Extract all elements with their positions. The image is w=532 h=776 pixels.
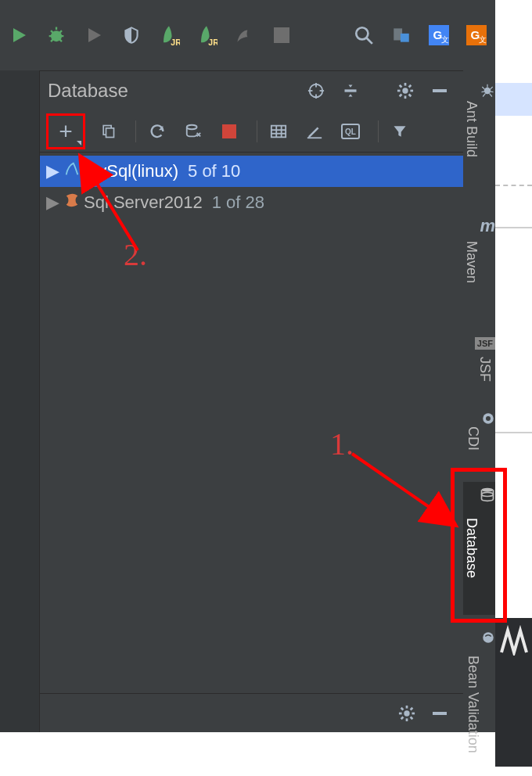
svg-line-46	[401, 707, 404, 710]
svg-point-20	[402, 88, 408, 93]
target-icon[interactable]	[300, 75, 332, 106]
search-icon[interactable]	[345, 16, 383, 54]
svg-rect-7	[401, 34, 409, 42]
table-view-icon[interactable]	[264, 117, 293, 146]
datasource-tree: ▶ MySql(linux) 5 of 10 ▶ Sql Server2012 …	[40, 153, 463, 693]
copy-icon[interactable]	[93, 117, 123, 146]
run-icon[interactable]	[0, 16, 38, 54]
svg-line-54	[490, 87, 492, 89]
debug-icon[interactable]	[38, 16, 75, 54]
svg-line-25	[400, 85, 402, 88]
svg-line-57	[483, 93, 485, 96]
minimize-icon[interactable]	[426, 699, 454, 728]
svg-rect-50	[433, 712, 447, 715]
refresh-icon[interactable]	[142, 117, 172, 146]
svg-line-28	[409, 85, 412, 88]
main-toolbar: JR JR G文 G文	[0, 0, 495, 70]
svg-line-47	[411, 717, 413, 719]
translate-orange-icon[interactable]: G文	[458, 16, 495, 54]
svg-rect-33	[271, 125, 286, 137]
svg-line-26	[409, 95, 412, 97]
cdi-icon	[481, 411, 495, 429]
database-panel: Database +	[39, 70, 463, 732]
tree-row[interactable]: ▶ MySql(linux) 5 of 10	[40, 156, 463, 187]
profiler2-icon[interactable]: JR	[188, 16, 225, 54]
gear-icon[interactable]	[390, 75, 421, 106]
plus-icon: +	[59, 120, 73, 143]
svg-point-41	[404, 710, 409, 716]
svg-point-62	[482, 493, 494, 497]
svg-rect-38	[307, 137, 322, 138]
tab-ant-build[interactable]: Ant Build	[463, 78, 495, 180]
add-button[interactable]: +	[46, 113, 85, 149]
minimize-icon[interactable]	[424, 75, 455, 106]
coverage-icon[interactable]	[113, 16, 150, 54]
datasource-props-icon[interactable]	[178, 117, 208, 146]
tree-label: MySql(linux)	[84, 161, 178, 181]
svg-line-56	[490, 92, 493, 92]
collapse-icon[interactable]	[335, 75, 366, 106]
chevron-right-icon: ▶	[46, 161, 60, 181]
svg-line-49	[411, 707, 413, 710]
gear-icon[interactable]	[393, 699, 421, 728]
svg-text:JR: JR	[208, 38, 217, 46]
external-window-slice	[495, 0, 532, 776]
filter-icon[interactable]	[385, 117, 415, 146]
svg-line-55	[482, 92, 485, 92]
svg-rect-29	[433, 89, 447, 92]
svg-point-63	[483, 632, 494, 643]
svg-line-27	[400, 95, 402, 97]
database-icon	[480, 487, 495, 506]
database-toolbar: + QL	[40, 110, 463, 153]
panel-header: Database	[40, 71, 463, 110]
update-icon[interactable]	[225, 16, 263, 54]
panel-footer	[40, 693, 463, 732]
tree-count: 1 of 28	[212, 192, 264, 213]
svg-rect-3	[274, 27, 289, 43]
panel-title: Database	[48, 80, 297, 102]
svg-text:QL: QL	[345, 128, 356, 136]
console-icon[interactable]: QL	[336, 117, 365, 146]
chevron-right-icon: ▶	[46, 192, 60, 213]
tab-jsf[interactable]: JSF JSF	[463, 329, 495, 391]
svg-point-61	[482, 488, 494, 492]
ant-icon	[480, 83, 495, 102]
bean-icon	[481, 630, 495, 648]
tab-database[interactable]: Database	[463, 482, 495, 615]
jsf-icon: JSF	[475, 337, 495, 350]
gutter	[0, 70, 39, 732]
svg-rect-19	[345, 89, 357, 92]
translate-blue-icon[interactable]: G文	[420, 16, 458, 54]
svg-point-51	[484, 88, 491, 94]
svg-text:文: 文	[441, 35, 449, 44]
svg-rect-31	[106, 128, 114, 137]
svg-line-48	[401, 717, 404, 719]
tree-row[interactable]: ▶ Sql Server2012 1 of 28	[40, 187, 463, 218]
mysql-icon	[60, 160, 84, 182]
svg-point-60	[486, 416, 491, 421]
right-tool-tabs: Ant Build m Maven JSF JSF CDI Database B…	[463, 70, 495, 732]
svg-line-53	[482, 87, 484, 89]
tab-bean-validation[interactable]: Bean Validation	[463, 626, 495, 776]
svg-point-32	[187, 124, 197, 129]
profiler1-icon[interactable]: JR	[150, 16, 188, 54]
run-disabled-icon	[75, 16, 113, 54]
svg-text:文: 文	[479, 35, 487, 44]
tree-label: Sql Server2012	[84, 192, 203, 213]
maven-icon: m	[480, 216, 495, 236]
edit-icon[interactable]	[300, 117, 329, 146]
svg-line-5	[366, 38, 372, 44]
sqlserver-icon	[60, 192, 84, 214]
tab-cdi[interactable]: CDI	[463, 407, 495, 469]
svg-text:JR: JR	[171, 38, 180, 46]
stop-icon	[263, 16, 300, 54]
svg-point-4	[356, 27, 368, 39]
tree-count: 5 of 10	[188, 161, 240, 181]
tab-maven[interactable]: m Maven	[463, 211, 495, 313]
svg-line-58	[490, 93, 492, 96]
stop-red-icon[interactable]	[214, 117, 244, 146]
project-structure-icon[interactable]	[383, 16, 420, 54]
